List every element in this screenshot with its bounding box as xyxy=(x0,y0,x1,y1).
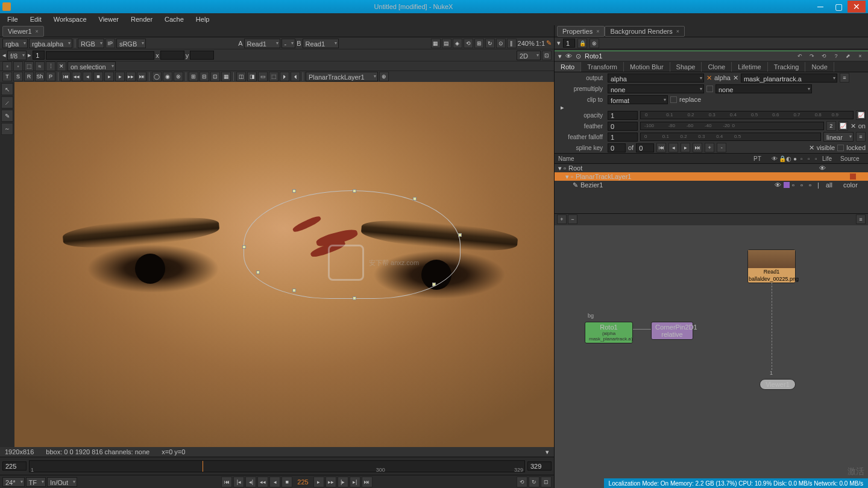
subtab-shape[interactable]: Shape xyxy=(670,62,702,72)
tool-icon[interactable]: ▦ xyxy=(221,72,231,81)
timeline-track[interactable]: 1 300 329 xyxy=(29,460,525,472)
maximize-button[interactable]: ▢ xyxy=(829,1,848,13)
tool-icon[interactable]: ◨ xyxy=(247,72,257,81)
tool-icon[interactable]: ◫ xyxy=(236,72,246,81)
tool-icon[interactable]: ⊡ xyxy=(210,72,220,81)
x-icon[interactable]: ✕ xyxy=(706,74,712,82)
prev-key-icon[interactable]: ⏮ xyxy=(656,143,666,152)
node-viewer[interactable]: Viewer1 xyxy=(760,379,796,390)
curve-tool-icon[interactable]: ～ xyxy=(1,123,13,135)
falloff-slider[interactable]: 00.10.20.30.40.5 xyxy=(640,133,821,141)
feather-slider[interactable]: -100-80-60-40-200 xyxy=(640,122,824,130)
chevron-left-icon[interactable]: ◂ xyxy=(2,51,6,59)
clear-icon[interactable]: ⊗ xyxy=(590,39,599,48)
close-button[interactable]: ✕ xyxy=(848,1,866,13)
spline-of-input[interactable]: 0 xyxy=(636,143,654,152)
tool-icon[interactable]: ⏵ xyxy=(280,72,289,81)
node-cornerpin[interactable]: CornerPin2D1 relative xyxy=(651,322,693,340)
prev-frame-icon[interactable]: ◂ xyxy=(83,72,92,81)
close-icon[interactable]: × xyxy=(36,28,39,34)
node-header[interactable]: ▾ 👁 ⊙ Roto1 ↶ ↷ ⟲ ? ⬈ × xyxy=(555,51,868,61)
close-icon[interactable]: × xyxy=(676,28,679,34)
colorspace-dd[interactable]: sRGB xyxy=(116,39,146,48)
panel-count[interactable]: 1 xyxy=(563,39,575,48)
link-icon[interactable]: 2 xyxy=(826,121,836,131)
menu-workspace[interactable]: Workspace xyxy=(49,14,92,24)
eye-icon[interactable]: 👁 xyxy=(565,52,572,60)
revert-icon[interactable]: ⟲ xyxy=(820,52,828,60)
tool-icon[interactable]: ⊡ xyxy=(541,477,552,487)
channel-dd-1[interactable]: rgba xyxy=(2,39,28,48)
menu-edit[interactable]: Edit xyxy=(25,14,46,24)
tool-icon[interactable]: ⬚ xyxy=(24,61,34,71)
tool-icon[interactable]: ⟲ xyxy=(517,477,527,487)
subtab-transform[interactable]: Transform xyxy=(581,62,624,72)
tool-icon[interactable]: ⊗ xyxy=(174,72,183,81)
graph-icon[interactable]: 📈 xyxy=(838,121,848,131)
tool-icon[interactable]: ≈ xyxy=(35,61,45,71)
tool-icon[interactable]: ↻ xyxy=(529,477,539,487)
x-icon[interactable]: ✕ xyxy=(809,144,814,152)
graph-icon[interactable]: 📈 xyxy=(856,110,866,120)
channel-dd-2[interactable]: rgba.alpha xyxy=(29,39,72,48)
tool-icon[interactable]: ▦ xyxy=(431,39,441,48)
tool-icon[interactable]: ◯ xyxy=(152,72,162,81)
x-input[interactable] xyxy=(160,51,184,60)
timeline-end[interactable]: 329 xyxy=(527,461,552,471)
subtab-lifetime[interactable]: Lifetime xyxy=(732,62,768,72)
menu-viewer[interactable]: Viewer xyxy=(94,14,124,24)
del-key-icon[interactable]: - xyxy=(717,143,726,152)
node-read[interactable]: Read1 ballaldev_00225.png xyxy=(747,249,796,283)
lock-icon[interactable]: 🔒 xyxy=(577,39,587,48)
premult2-dd[interactable]: none xyxy=(715,84,812,93)
b-input-dd[interactable]: Read1 xyxy=(303,39,339,48)
tool-icon[interactable]: ⟲ xyxy=(464,39,473,48)
close-icon[interactable]: × xyxy=(596,28,599,34)
tool-icon[interactable]: ◉ xyxy=(163,72,172,81)
zoom-value[interactable]: 240% xyxy=(518,40,535,47)
tool-icon[interactable]: ⊞ xyxy=(474,39,484,48)
play-icon[interactable]: ▸ xyxy=(104,72,114,81)
next-range-icon[interactable]: ▸| xyxy=(350,477,360,487)
prev-range-icon[interactable]: |◂ xyxy=(233,477,244,487)
bezier-tool-icon[interactable]: ⟋ xyxy=(1,96,13,108)
locked-check[interactable] xyxy=(837,145,844,151)
x-icon[interactable]: ✕ xyxy=(851,122,856,130)
first-frame-icon[interactable]: ⏮ xyxy=(61,72,71,81)
gain-slider[interactable] xyxy=(46,51,154,60)
prev-icon[interactable]: ◂ xyxy=(668,143,678,152)
subtab-clone[interactable]: Clone xyxy=(702,62,732,72)
chevron-right-icon[interactable]: ▸ xyxy=(561,104,564,111)
step-back-icon[interactable]: ◂ xyxy=(269,477,280,487)
tool-icon[interactable]: ⏴ xyxy=(291,72,300,81)
falloff-type-dd[interactable]: linear xyxy=(823,132,854,142)
tool-icon[interactable]: ✕ xyxy=(57,61,66,71)
alpha-check[interactable]: alpha xyxy=(714,74,731,81)
last-frame-icon[interactable]: ⏭ xyxy=(137,72,146,81)
tool-icon[interactable]: ⊟ xyxy=(200,72,209,81)
t-button[interactable]: T xyxy=(2,72,12,81)
tool-icon[interactable]: ⊡ xyxy=(542,51,552,60)
opacity-slider[interactable]: 00.10.20.30.40.50.60.70.80.9 xyxy=(640,111,854,119)
r-button[interactable]: R xyxy=(24,72,34,81)
tool-icon[interactable]: ↻ xyxy=(485,39,495,48)
tool-icon[interactable]: ▭ xyxy=(258,72,268,81)
current-frame[interactable]: 225 xyxy=(294,478,312,486)
tree-row-root[interactable]: ▾ ▫Root 👁 xyxy=(555,164,868,172)
tool-icon[interactable]: ▤ xyxy=(442,39,451,48)
replace-check[interactable] xyxy=(670,96,677,103)
tab-bgrenders[interactable]: Background Renders× xyxy=(605,26,685,37)
tool-icon[interactable]: ▫ xyxy=(2,61,12,71)
remove-icon[interactable]: − xyxy=(568,214,577,224)
menu-cache[interactable]: Cache xyxy=(160,14,189,24)
menu-icon[interactable]: ≡ xyxy=(856,132,866,142)
stop-icon[interactable]: ■ xyxy=(93,72,103,81)
next-key-icon[interactable]: |▸ xyxy=(338,477,348,487)
falloff-input[interactable]: 1 xyxy=(608,133,638,142)
tree-row-bezier[interactable]: ✎Bezier1 👁 ▫▫▫| all color xyxy=(555,181,868,189)
channel-dd-3[interactable]: RGB xyxy=(78,39,104,48)
layer-dd[interactable]: PlanarTrackLayer1 xyxy=(306,72,378,81)
menu-help[interactable]: Help xyxy=(191,14,215,24)
menu-icon[interactable]: ≡ xyxy=(856,214,866,224)
chevron-down-icon[interactable]: ▾ xyxy=(546,448,549,456)
